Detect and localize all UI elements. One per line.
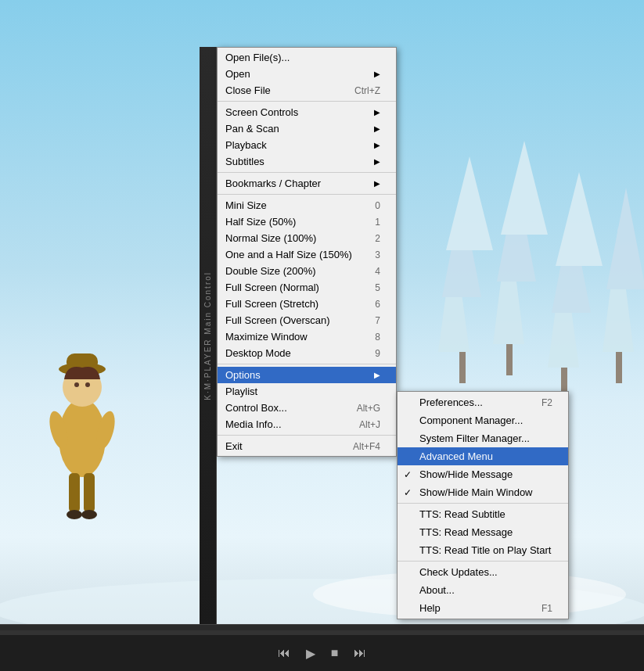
bookmarks-arrow-icon: ▶: [374, 179, 380, 188]
menu-item-bookmarks[interactable]: Bookmarks / Chapter ▶: [218, 175, 396, 192]
menu-item-subtitles[interactable]: Subtitles ▶: [218, 153, 396, 170]
control-bar: ⏮ ▶ ■ ⏭: [0, 624, 644, 671]
menu-item-fullscreen-overscan[interactable]: Full Screen (Overscan) 7: [218, 312, 396, 328]
separator-5: [218, 435, 396, 436]
menu-item-control-box[interactable]: Control Box... Alt+G: [218, 400, 396, 416]
menu-item-half-size[interactable]: Half Size (50%) 1: [218, 214, 396, 230]
submenu-separator-2: [398, 561, 568, 562]
menu-item-fullscreen-stretch[interactable]: Full Screen (Stretch) 6: [218, 296, 396, 312]
menu-item-playback[interactable]: Playback ▶: [218, 137, 396, 153]
menu-item-maximize-window[interactable]: Maximize Window 8: [218, 328, 396, 345]
menu-item-close-file[interactable]: Close File Ctrl+Z: [218, 82, 396, 99]
separator-4: [218, 364, 396, 364]
submenu-item-advanced-menu[interactable]: Advanced Menu: [398, 447, 568, 465]
check-show-hide-message-icon: ✓: [404, 469, 412, 480]
submenu-item-check-updates[interactable]: Check Updates...: [398, 563, 568, 581]
menu-item-normal-size[interactable]: Normal Size (100%) 2: [218, 230, 396, 246]
submenu-item-tts-title[interactable]: TTS: Read Title on Play Start: [398, 541, 568, 559]
menu-item-fullscreen-normal[interactable]: Full Screen (Normal) 5: [218, 279, 396, 296]
prev-button[interactable]: ⏮: [273, 643, 295, 663]
submenu-item-preferences[interactable]: Preferences... F2: [398, 393, 568, 411]
sidebar-label: K·M·PLAYER Main Control: [200, 47, 217, 624]
menu-item-media-info[interactable]: Media Info... Alt+J: [218, 416, 396, 432]
submenu-item-show-hide-message[interactable]: ✓ Show/Hide Message: [398, 465, 568, 483]
menu-item-pan-scan[interactable]: Pan & Scan ▶: [218, 120, 396, 137]
pan-scan-arrow-icon: ▶: [374, 124, 380, 133]
menu-item-open-files[interactable]: Open File(s)...: [218, 49, 396, 66]
menu-item-exit[interactable]: Exit Alt+F4: [218, 438, 396, 454]
submenu-item-component-manager[interactable]: Component Manager...: [398, 411, 568, 429]
submenu-item-tts-message[interactable]: TTS: Read Message: [398, 523, 568, 541]
context-menu: Open File(s)... Open ▶ Close File Ctrl+Z…: [217, 47, 397, 457]
next-button[interactable]: ⏭: [349, 643, 371, 663]
separator-3: [218, 194, 396, 195]
playback-arrow-icon: ▶: [374, 141, 380, 149]
menu-item-playlist[interactable]: Playlist: [218, 383, 396, 400]
subtitles-arrow-icon: ▶: [374, 157, 380, 166]
play-button[interactable]: ▶: [301, 643, 320, 664]
options-submenu: Preferences... F2 Component Manager... S…: [397, 391, 569, 619]
menu-item-open[interactable]: Open ▶: [218, 66, 396, 82]
menu-item-mini-size[interactable]: Mini Size 0: [218, 197, 396, 214]
separator-2: [218, 172, 396, 173]
menu-item-double-size[interactable]: Double Size (200%) 4: [218, 263, 396, 279]
menu-item-screen-controls[interactable]: Screen Controls ▶: [218, 104, 396, 120]
progress-bar-area[interactable]: [0, 624, 644, 630]
menu-item-desktop-mode[interactable]: Desktop Mode 9: [218, 345, 396, 361]
submenu-separator-1: [398, 503, 568, 504]
separator-1: [218, 101, 396, 102]
submenu-item-tts-subtitle[interactable]: TTS: Read Subtitle: [398, 505, 568, 523]
submenu-item-about[interactable]: About...: [398, 581, 568, 599]
menu-item-options[interactable]: Options ▶: [218, 367, 396, 383]
screen-controls-arrow-icon: ▶: [374, 108, 380, 117]
submenu-item-system-filter-manager[interactable]: System Filter Manager...: [398, 429, 568, 447]
open-arrow-icon: ▶: [374, 70, 380, 78]
menu-item-one-half-size[interactable]: One and a Half Size (150%) 3: [218, 246, 396, 263]
main-menu: Open File(s)... Open ▶ Close File Ctrl+Z…: [217, 47, 397, 457]
check-show-hide-main-window-icon: ✓: [404, 487, 412, 498]
submenu-item-show-hide-main-window[interactable]: ✓ Show/Hide Main Window: [398, 483, 568, 501]
submenu-item-help[interactable]: Help F1: [398, 599, 568, 617]
options-arrow-icon: ▶: [374, 371, 380, 379]
playback-controls: ⏮ ▶ ■ ⏭: [0, 635, 644, 671]
stop-button[interactable]: ■: [326, 643, 344, 663]
